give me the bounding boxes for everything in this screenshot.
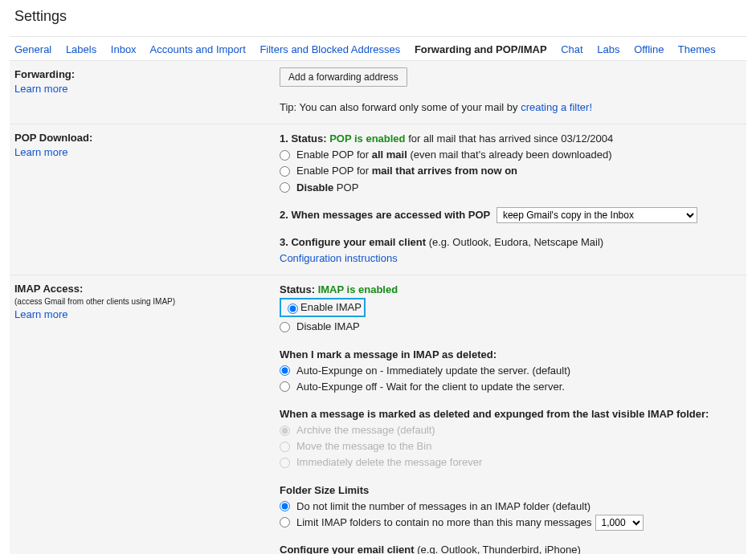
forwarding-tip-link[interactable]: creating a filter! <box>521 101 592 113</box>
imap-title: IMAP Access: <box>14 283 83 295</box>
imap-configure-eg: (e.g. Outlook, Thunderbird, iPhone) <box>415 544 581 554</box>
tab-general[interactable]: General <box>14 43 51 55</box>
pop-accessed-select[interactable]: keep Gmail's copy in the Inbox <box>497 207 697 223</box>
imap-expunge-on-label: Auto-Expunge on - Immediately update the… <box>296 363 570 379</box>
imap-folder-limits-header: Folder Size Limits <box>280 483 742 499</box>
forwarding-title: Forwarding: <box>14 68 75 80</box>
pop-radio-disable[interactable] <box>280 182 290 193</box>
tab-chat[interactable]: Chat <box>561 43 582 55</box>
imap-movebin-label: Move the message to the Bin <box>296 438 431 454</box>
pop-configure-label: 3. Configure your email client <box>280 236 426 248</box>
pop-status-prefix: 1. Status: <box>280 132 329 145</box>
tab-themes[interactable]: Themes <box>678 43 716 55</box>
tab-filters[interactable]: Filters and Blocked Addresses <box>259 43 400 55</box>
imap-radio-deleteforever <box>280 458 290 468</box>
settings-panel: Forwarding: Learn more Add a forwarding … <box>10 60 746 554</box>
pop-configure-eg: (e.g. Outlook, Eudora, Netscape Mail) <box>426 236 603 248</box>
tab-offline[interactable]: Offline <box>634 43 664 55</box>
pop-status-suffix: for all mail that has arrived since 03/1… <box>406 132 614 145</box>
tab-labs[interactable]: Labs <box>597 43 619 55</box>
pop-radio-allmail[interactable] <box>280 150 290 161</box>
forwarding-tip-text: Tip: You can also forward only some of y… <box>280 101 521 113</box>
imap-subtitle: (access Gmail from other clients using I… <box>14 296 270 308</box>
imap-radio-expunge-off[interactable] <box>280 381 290 392</box>
add-forwarding-button[interactable]: Add a forwarding address <box>280 67 407 87</box>
imap-archive-label: Archive the message (default) <box>296 422 435 438</box>
page-title: Settings <box>10 8 746 25</box>
tab-bar: General Labels Inbox Accounts and Import… <box>10 36 746 60</box>
imap-radio-expunge-on[interactable] <box>280 365 290 376</box>
imap-enable-label: Enable IMAP <box>300 299 362 316</box>
imap-deleteforever-label: Immediately delete the message forever <box>296 454 482 470</box>
imap-limit-select[interactable]: 1,000 <box>595 515 644 531</box>
imap-expunged-header: When a message is marked as deleted and … <box>280 406 742 422</box>
imap-disable-label: Disable IMAP <box>296 319 360 335</box>
tab-inbox[interactable]: Inbox <box>111 43 137 55</box>
imap-mark-deleted-header: When I mark a message in IMAP as deleted… <box>280 347 742 363</box>
imap-nolimit-label: Do not limit the number of messages in a… <box>296 499 590 515</box>
imap-radio-movebin <box>280 442 290 452</box>
imap-radio-archive <box>280 426 290 436</box>
pop-learn-more[interactable]: Learn more <box>14 146 67 158</box>
imap-radio-disable[interactable] <box>280 322 290 332</box>
imap-status-value: IMAP is enabled <box>318 283 398 295</box>
pop-config-instructions[interactable]: Configuration instructions <box>280 252 398 264</box>
imap-learn-more[interactable]: Learn more <box>14 308 67 320</box>
imap-enable-highlight: Enable IMAP <box>280 298 366 317</box>
imap-radio-nolimit[interactable] <box>280 501 290 511</box>
imap-radio-limit[interactable] <box>280 517 290 528</box>
pop-title: POP Download: <box>14 132 92 144</box>
forwarding-learn-more[interactable]: Learn more <box>14 83 67 95</box>
section-pop: POP Download: Learn more 1. Status: POP … <box>10 124 746 275</box>
pop-accessed-label: 2. When messages are accessed with POP <box>280 209 490 221</box>
section-imap: IMAP Access: (access Gmail from other cl… <box>10 275 746 554</box>
imap-configure-label: Configure your email client <box>280 544 415 554</box>
imap-limit-label: Limit IMAP folders to contain no more th… <box>296 515 592 531</box>
imap-expunge-off-label: Auto-Expunge off - Wait for the client t… <box>296 379 565 395</box>
imap-status-prefix: Status: <box>280 283 318 295</box>
imap-radio-enable[interactable] <box>288 303 298 314</box>
pop-status-value: POP is enabled <box>329 132 405 145</box>
tab-accounts[interactable]: Accounts and Import <box>150 43 246 55</box>
tab-forwarding[interactable]: Forwarding and POP/IMAP <box>415 43 547 55</box>
section-forwarding: Forwarding: Learn more Add a forwarding … <box>10 61 746 124</box>
tab-labels[interactable]: Labels <box>66 43 96 55</box>
pop-radio-nowon[interactable] <box>280 166 290 177</box>
